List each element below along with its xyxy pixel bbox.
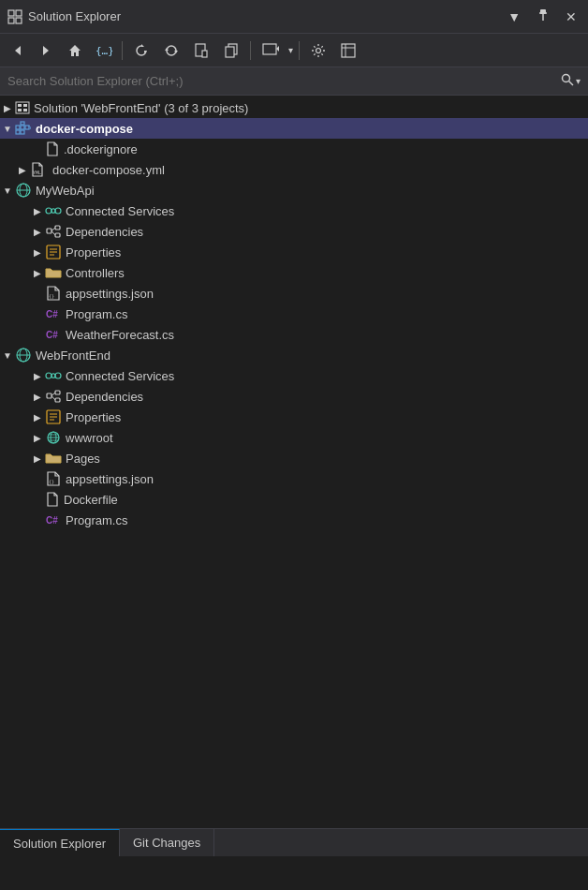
page-button[interactable] — [188, 39, 214, 62]
settings-button[interactable] — [305, 39, 331, 62]
solution-item[interactable]: ▶ Solution 'WebFrontEnd' (3 of 3 project… — [0, 97, 588, 118]
svg-rect-62 — [47, 393, 51, 398]
yml-icon: YML — [30, 162, 49, 177]
svg-rect-2 — [8, 18, 14, 23]
search-input[interactable] — [7, 74, 561, 88]
label-mywebapi-appsettings: appsettings.json — [66, 287, 154, 301]
bottom-tab-git-changes[interactable]: Git Changes — [120, 829, 214, 856]
tree-item-webfrontend-dockerfile[interactable]: Dockerfile — [0, 489, 588, 510]
svg-point-61 — [55, 373, 61, 378]
expand-arrow-mywebapi-deps[interactable]: ▶ — [30, 227, 45, 237]
label-webfrontend-dockerfile: Dockerfile — [64, 493, 118, 507]
icon-mywebapi-deps — [45, 224, 62, 239]
svg-rect-36 — [16, 130, 20, 134]
label-docker-compose: docker-compose — [36, 122, 133, 136]
tree-item-WebFrontEnd[interactable]: ▼ WebFrontEnd — [0, 345, 588, 365]
svg-rect-3 — [16, 18, 22, 23]
close-btn[interactable]: ✕ — [562, 7, 581, 26]
copy-icon — [224, 43, 239, 58]
icon-mywebapi-weatherforecast: C# — [45, 327, 62, 342]
tree-item-mywebapi-controllers[interactable]: ▶ Controllers — [0, 262, 588, 283]
expand-arrow-webfrontend-props[interactable]: ▶ — [30, 412, 45, 423]
sync-icon — [134, 43, 149, 58]
expand-arrow-webfrontend-connected[interactable]: ▶ — [30, 371, 45, 381]
svg-rect-38 — [21, 122, 24, 125]
tree-item-docker-compose-yml[interactable]: ▶ YML docker-compose.yml — [0, 159, 588, 180]
svg-rect-46 — [55, 226, 60, 230]
icon-webfrontend-dockerfile — [45, 492, 60, 507]
target-button[interactable] — [257, 39, 285, 62]
toolbar: {…} — [0, 34, 588, 67]
expand-arrow-mywebapi-controllers[interactable]: ▶ — [30, 268, 45, 278]
sync-button[interactable] — [128, 39, 154, 62]
settings-icon — [311, 43, 326, 58]
expand-arrow-docker-compose[interactable]: ▼ — [0, 124, 15, 134]
cs-icon: C# — [45, 512, 62, 527]
preview-button[interactable] — [335, 39, 361, 62]
svg-text:C#: C# — [46, 309, 58, 319]
tree-item-webfrontend-appsettings[interactable]: {} appsettings.json — [0, 468, 588, 489]
bottom-tab-solution-explorer[interactable]: Solution Explorer — [0, 829, 120, 856]
copy-button[interactable] — [218, 39, 244, 62]
svg-rect-34 — [21, 126, 24, 129]
svg-rect-1 — [16, 10, 22, 16]
pin-btn[interactable] — [532, 6, 554, 27]
back-button[interactable] — [6, 40, 30, 61]
tree-item-mywebapi-connected[interactable]: ▶ Connected Services — [0, 200, 588, 221]
tree-item-MyWebApi[interactable]: ▼ MyWebApi — [0, 180, 588, 200]
svg-text:C#: C# — [46, 330, 58, 340]
tree-item-dockerignore[interactable]: .dockerignore — [0, 139, 588, 159]
tree-item-mywebapi-program[interactable]: C# Program.cs — [0, 304, 588, 324]
refresh-button[interactable] — [158, 39, 184, 62]
tree-item-webfrontend-pages[interactable]: ▶ Pages — [0, 448, 588, 468]
label-mywebapi-program: Program.cs — [66, 307, 127, 321]
tree-item-docker-compose[interactable]: ▼ docker-compose — [0, 118, 588, 139]
svg-rect-47 — [55, 233, 60, 237]
folder-icon — [45, 451, 62, 466]
target-dropdown[interactable]: ▾ — [288, 45, 293, 55]
svg-rect-45 — [47, 229, 51, 233]
pin-icon — [536, 7, 551, 22]
home-button[interactable] — [62, 39, 88, 62]
label-webfrontend-props: Properties — [66, 410, 121, 424]
solution-icon — [15, 100, 30, 115]
tree-item-mywebapi-appsettings[interactable]: {} appsettings.json — [0, 283, 588, 304]
solution-label: Solution 'WebFrontEnd' (3 of 3 projects) — [34, 101, 248, 115]
expand-arrow-WebFrontEnd[interactable]: ▼ — [0, 350, 15, 361]
tree-item-webfrontend-deps[interactable]: ▶ Dependencies — [0, 386, 588, 407]
tree-item-webfrontend-connected[interactable]: ▶ Connected Services — [0, 365, 588, 386]
expand-arrow-MyWebApi[interactable]: ▼ — [0, 185, 15, 196]
svg-rect-20 — [263, 44, 276, 54]
expand-arrow-mywebapi-props[interactable]: ▶ — [30, 247, 45, 258]
svg-line-27 — [569, 82, 574, 86]
svg-rect-23 — [342, 44, 355, 57]
svg-rect-32 — [23, 109, 27, 111]
label-webfrontend-pages: Pages — [66, 452, 100, 466]
vs-icon: {…} — [96, 43, 112, 58]
expand-arrow-docker-compose-yml[interactable]: ▶ — [15, 165, 30, 175]
tree-item-mywebapi-deps[interactable]: ▶ Dependencies — [0, 221, 588, 242]
dropdown-btn[interactable]: ▼ — [504, 7, 524, 26]
search-icon[interactable] — [561, 73, 574, 89]
tree-item-mywebapi-props[interactable]: ▶ Properties — [0, 242, 588, 262]
tree-item-webfrontend-props[interactable]: ▶ Properties — [0, 407, 588, 427]
expand-arrow-mywebapi-connected[interactable]: ▶ — [30, 206, 45, 216]
tree-item-webfrontend-program[interactable]: C# Program.cs — [0, 510, 588, 530]
svg-marker-9 — [69, 45, 81, 56]
icon-mywebapi-controllers — [45, 265, 62, 280]
icon-webfrontend-wwwroot — [45, 430, 62, 445]
svg-text:{…}: {…} — [96, 45, 112, 57]
svg-rect-6 — [540, 9, 546, 14]
expand-arrow-webfrontend-pages[interactable]: ▶ — [30, 453, 45, 464]
label-webfrontend-wwwroot: wwwroot — [66, 431, 113, 445]
vs-button[interactable]: {…} — [92, 41, 116, 60]
label-webfrontend-connected: Connected Services — [66, 369, 174, 383]
tree-item-mywebapi-weatherforecast[interactable]: C# WeatherForecast.cs — [0, 324, 588, 345]
search-dropdown[interactable]: ▾ — [576, 76, 581, 86]
icon-webfrontend-deps — [45, 389, 62, 404]
expand-arrow-webfrontend-deps[interactable]: ▶ — [30, 392, 45, 402]
forward-button[interactable] — [34, 40, 58, 61]
tree-item-webfrontend-wwwroot[interactable]: ▶ wwwroot — [0, 427, 588, 448]
expand-arrow-webfrontend-wwwroot[interactable]: ▶ — [30, 433, 45, 443]
icon-mywebapi-appsettings: {} — [45, 286, 62, 301]
